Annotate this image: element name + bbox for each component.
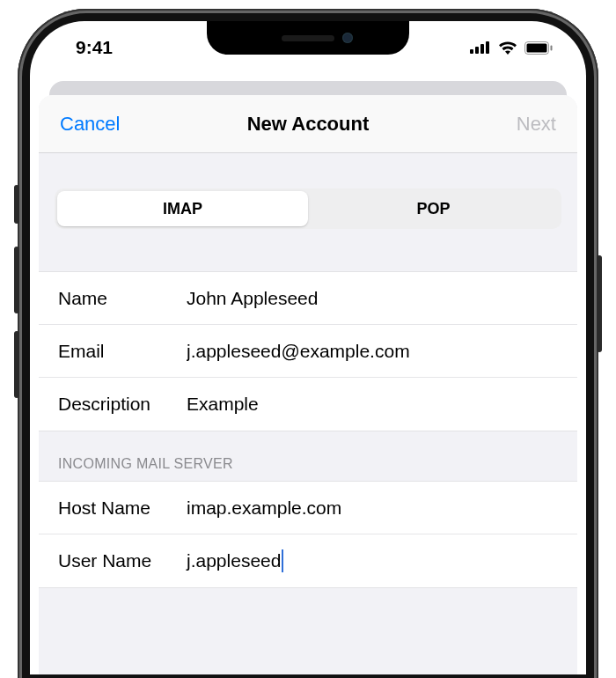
page-title: New Account (247, 113, 370, 136)
description-row[interactable]: Description (39, 378, 577, 431)
username-input[interactable]: j.appleseed (187, 550, 281, 571)
mute-switch (14, 185, 19, 224)
speaker (282, 35, 334, 41)
notch (207, 21, 409, 55)
svg-rect-2 (480, 44, 484, 54)
description-label: Description (58, 394, 187, 415)
modal-sheet: Cancel New Account Next IMAP POP Name Em… (39, 95, 577, 674)
svg-rect-1 (475, 47, 479, 54)
phone-frame: 9:41 Cancel New Account Next (18, 9, 598, 678)
svg-rect-0 (470, 49, 473, 54)
status-time: 9:41 (76, 37, 113, 58)
name-label: Name (58, 288, 187, 309)
cellular-signal-icon (470, 41, 491, 54)
volume-up-button (14, 247, 19, 313)
incoming-server-group: Host Name User Name j.appleseed (39, 481, 577, 588)
front-camera (342, 33, 353, 43)
account-info-group: Name Email Description (39, 271, 577, 431)
wifi-icon (498, 41, 517, 55)
segment-pop[interactable]: POP (308, 191, 559, 226)
segment-imap[interactable]: IMAP (57, 191, 308, 226)
name-input[interactable] (187, 288, 558, 309)
next-button[interactable]: Next (477, 113, 556, 136)
account-type-segmented[interactable]: IMAP POP (55, 188, 561, 229)
description-input[interactable] (187, 394, 558, 415)
host-row[interactable]: Host Name (39, 482, 577, 534)
name-row[interactable]: Name (39, 272, 577, 325)
host-label: Host Name (58, 497, 187, 519)
screen: 9:41 Cancel New Account Next (30, 21, 586, 674)
email-row[interactable]: Email (39, 325, 577, 378)
volume-down-button (14, 331, 19, 398)
cancel-button[interactable]: Cancel (60, 113, 139, 136)
text-cursor-icon (282, 549, 283, 572)
email-label: Email (58, 341, 187, 362)
incoming-server-header: INCOMING MAIL SERVER (39, 431, 577, 481)
svg-rect-5 (527, 43, 547, 52)
svg-rect-6 (551, 45, 553, 50)
svg-rect-3 (486, 41, 489, 54)
username-row[interactable]: User Name j.appleseed (39, 534, 577, 587)
power-button (597, 255, 602, 352)
username-label: User Name (58, 550, 187, 571)
host-input[interactable] (187, 497, 558, 519)
nav-bar: Cancel New Account Next (39, 95, 577, 153)
email-input[interactable] (187, 341, 558, 362)
battery-icon (524, 41, 553, 55)
